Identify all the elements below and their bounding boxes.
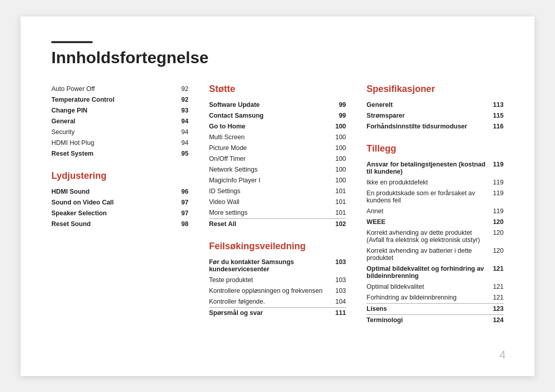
spesifikasjoner-heading: Spesifikasjoner [366, 84, 504, 95]
spesifikasjoner-table: Generelt113Strømsparer115Forhåndsinnstil… [366, 100, 504, 132]
lydjustering-heading: Lydjustering [51, 171, 189, 181]
toc-page: 102 [320, 219, 346, 230]
toc-page: 98 [170, 219, 189, 230]
table-row: Reset Sound98 [51, 219, 189, 230]
table-row: Temperature Control92 [51, 95, 189, 105]
toc-label: Annet [366, 206, 490, 217]
toc-page: 100 [320, 164, 346, 175]
toc-page: 104 [332, 296, 346, 308]
feilsoking-table: Før du kontakter Samsungs kundeservicese… [209, 257, 346, 319]
table-row: HDMI Sound96 [51, 186, 189, 197]
toc-page: 103 [332, 257, 346, 275]
toc-label: Security [51, 127, 170, 138]
toc-label: Temperature Control [51, 95, 170, 105]
toc-label: Optimal bildekvalitet [366, 282, 490, 292]
toc-label: Reset Sound [51, 219, 170, 230]
toc-page: 101 [320, 208, 346, 219]
toc-page: 119 [490, 159, 504, 177]
table-row: Spørsmål og svar111 [209, 308, 346, 319]
toc-page: 121 [490, 264, 504, 282]
table-row: Før du kontakter Samsungs kundeservicese… [209, 257, 346, 275]
table-row: On/Off Timer100 [209, 154, 346, 164]
table-row: Generelt113 [366, 100, 504, 110]
table-row: En produktskade som er forårsaket av kun… [366, 188, 504, 206]
table-row: Forhindring av bildeinnbrenning121 [366, 292, 504, 304]
table-row: Ansvar for betalingstjenesten (kostnad t… [366, 159, 504, 177]
table-row: Forhåndsinnstilte tidsurmoduser116 [366, 121, 504, 132]
toc-label: Go to Home [209, 121, 320, 132]
toc-page: 101 [320, 186, 346, 197]
toc-page: 120 [490, 217, 504, 228]
table-row: Terminologi124 [366, 315, 504, 326]
toc-page: 94 [170, 138, 188, 148]
table-row: Sound on Video Call97 [51, 197, 189, 208]
toc-page: 119 [490, 206, 504, 217]
toc-page: 95 [170, 148, 188, 159]
toc-page: 116 [488, 121, 504, 132]
table-row: WEEE120 [366, 217, 504, 228]
toc-page: 119 [490, 177, 504, 188]
table-row: Strømsparer115 [366, 110, 504, 121]
table-row: Contact Samsung99 [209, 110, 346, 121]
table-row: HDMI Hot Plug94 [51, 138, 189, 148]
toc-label: Før du kontakter Samsungs kundeservicese… [209, 257, 332, 275]
toc-label: Contact Samsung [209, 110, 320, 121]
toc-label: Lisens [366, 304, 490, 315]
content-grid: Auto Power Off92Temperature Control92Cha… [51, 84, 504, 335]
col2: Støtte Software Update99Contact Samsung9… [209, 84, 346, 335]
lydjustering-table: HDMI Sound96Sound on Video Call97Speaker… [51, 186, 189, 230]
table-row: More settings101 [209, 208, 346, 219]
page-number: 4 [499, 348, 506, 362]
table-row: Kontroller følgende.104 [209, 296, 346, 308]
table-row: Software Update99 [209, 100, 346, 110]
feilsoking-heading: Feilsøkingsveiledning [209, 241, 346, 252]
toc-page: 100 [320, 143, 346, 154]
tillegg-heading: Tillegg [366, 143, 504, 154]
page-title: Innholdsfortegnelse [51, 48, 504, 67]
toc-page: 93 [170, 105, 188, 116]
toc-page: 123 [490, 304, 504, 315]
table-row: Picture Mode100 [209, 143, 346, 154]
toc-label: Teste produktet [209, 275, 332, 286]
table-row: MagicInfo Player I100 [209, 175, 346, 186]
toc-label: General [51, 116, 170, 127]
toc-page: 92 [170, 95, 188, 105]
table-row: Go to Home100 [209, 121, 346, 132]
toc-label: Korrekt avhending av batterier i dette p… [366, 246, 490, 264]
toc-label: Reset System [51, 148, 170, 159]
toc-page: 101 [320, 197, 346, 208]
toc-label: Sound on Video Call [51, 197, 170, 208]
toc-label: ID Settings [209, 186, 320, 197]
table-row: Change PIN93 [51, 105, 189, 116]
toc-label: Forhindring av bildeinnbrenning [366, 292, 490, 304]
toc-page: 115 [488, 110, 504, 121]
toc-page: 121 [490, 282, 504, 292]
table-row: Optimal bildekvalitet og forhindring av … [366, 264, 504, 282]
toc-label: MagicInfo Player I [209, 175, 320, 186]
table-row: ID Settings101 [209, 186, 346, 197]
toc-page: 120 [490, 246, 504, 264]
toc-page: 119 [490, 188, 504, 206]
toc-label: Kontrollere oppløsningen og frekvensen [209, 286, 332, 296]
table-row: Reset System95 [51, 148, 189, 159]
table-row: Korrekt avhending av batterier i dette p… [366, 246, 504, 264]
toc-page: 100 [320, 175, 346, 186]
toc-label: Korrekt avhending av dette produktet (Av… [366, 228, 490, 246]
table-row: Network Settings100 [209, 164, 346, 175]
stotte-table: Software Update99Contact Samsung99Go to … [209, 100, 346, 230]
table-row: Security94 [51, 127, 189, 138]
toc-label: More settings [209, 208, 320, 219]
toc-label: Ikke en produktdefekt [366, 177, 490, 188]
toc-page: 111 [332, 308, 346, 319]
toc-page: 103 [332, 286, 346, 296]
table-row: Lisens123 [366, 304, 504, 315]
table-row: Annet119 [366, 206, 504, 217]
toc-page: 100 [320, 154, 346, 164]
toc-label: Auto Power Off [51, 84, 170, 95]
toc-label: Forhåndsinnstilte tidsurmoduser [366, 121, 488, 132]
toc-page: 100 [320, 132, 346, 143]
toc-page: 120 [490, 228, 504, 246]
table-row: General94 [51, 116, 189, 127]
toc-label: On/Off Timer [209, 154, 320, 164]
toc-page: 100 [320, 121, 346, 132]
